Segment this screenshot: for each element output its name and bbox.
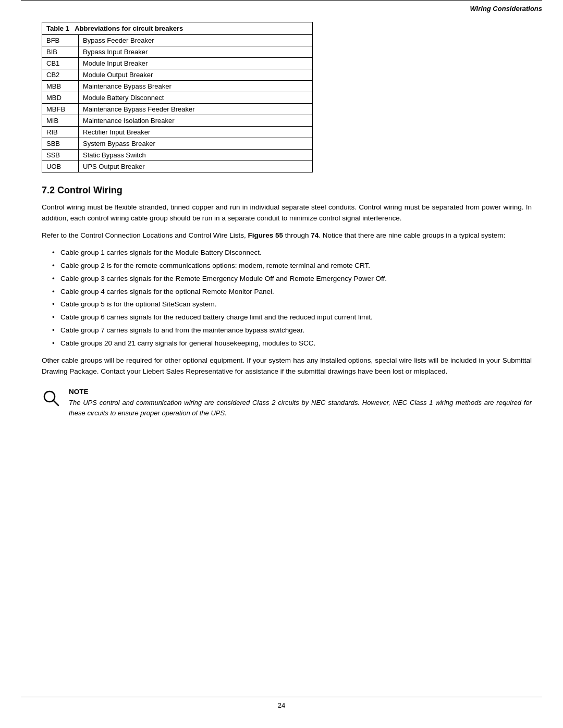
desc-cell: Bypass Input Breaker (79, 46, 313, 58)
abbrev-cell: SSB (42, 150, 79, 161)
footer-page-number: 24 (0, 701, 563, 709)
abbrev-cell: SBB (42, 138, 79, 150)
desc-cell: Module Battery Disconnect (79, 92, 313, 104)
list-item: Cable group 5 is for the optional SiteSc… (52, 299, 532, 310)
note-icon (42, 389, 60, 408)
list-item: Cable group 4 carries signals for the op… (52, 287, 532, 298)
desc-cell: Static Bypass Switch (79, 150, 313, 161)
abbrev-cell: BIB (42, 46, 79, 58)
cable-groups-list: Cable group 1 carries signals for the Mo… (52, 248, 532, 349)
note-text: The UPS control and communication wiring… (69, 398, 532, 418)
table-row: MBFBMaintenance Bypass Feeder Breaker (42, 104, 313, 115)
table-row: CB2Module Output Breaker (42, 69, 313, 81)
table-caption: Table 1 Abbreviations for circuit breake… (42, 22, 313, 35)
desc-cell: Bypass Feeder Breaker (79, 35, 313, 46)
abbrev-cell: UOB (42, 161, 79, 172)
list-item: Cable groups 20 and 21 carry signals for… (52, 338, 532, 349)
table-row: BIBBypass Input Breaker (42, 46, 313, 58)
list-item: Cable group 2 is for the remote communic… (52, 261, 532, 272)
table-row: BFBBypass Feeder Breaker (42, 35, 313, 46)
table-row: MBBMaintenance Bypass Breaker (42, 81, 313, 92)
desc-cell: Rectifier Input Breaker (79, 127, 313, 138)
abbrev-cell: CB2 (42, 69, 79, 81)
section-number: 7.2 (42, 185, 55, 195)
table-row: UOBUPS Output Breaker (42, 161, 313, 172)
main-content: Table 1 Abbreviations for circuit breake… (0, 17, 563, 439)
abbreviations-table: Table 1 Abbreviations for circuit breake… (42, 22, 313, 172)
table-row: MBDModule Battery Disconnect (42, 92, 313, 104)
desc-cell: Maintenance Bypass Breaker (79, 81, 313, 92)
note-title: NOTE (69, 388, 532, 396)
desc-cell: Module Output Breaker (79, 69, 313, 81)
table-row: MIBMaintenance Isolation Breaker (42, 115, 313, 127)
abbrev-cell: MIB (42, 115, 79, 127)
list-item: Cable group 6 carries signals for the re… (52, 312, 532, 323)
list-item: Cable group 7 carries signals to and fro… (52, 325, 532, 336)
header-rule (21, 0, 542, 1)
paragraph-3: Other cable groups will be required for … (42, 355, 532, 377)
paragraph-1: Control wiring must be flexible stranded… (42, 202, 532, 224)
desc-cell: Maintenance Isolation Breaker (79, 115, 313, 127)
magnifier-icon (42, 389, 60, 408)
desc-cell: System Bypass Breaker (79, 138, 313, 150)
abbrev-cell: RIB (42, 127, 79, 138)
desc-cell: Maintenance Bypass Feeder Breaker (79, 104, 313, 115)
table-row: RIBRectifier Input Breaker (42, 127, 313, 138)
header-bar: Wiring Considerations (0, 3, 563, 17)
abbrev-cell: MBB (42, 81, 79, 92)
note-content: NOTE The UPS control and communication w… (69, 388, 532, 418)
table-row: SSBStatic Bypass Switch (42, 150, 313, 161)
list-item: Cable group 1 carries signals for the Mo… (52, 248, 532, 258)
list-item: Cable group 3 carries signals for the Re… (52, 274, 532, 285)
svg-line-1 (53, 400, 58, 405)
paragraph-2: Refer to the Control Connection Location… (42, 230, 532, 241)
section-heading: 7.2 Control Wiring (42, 185, 532, 196)
abbrev-cell: MBD (42, 92, 79, 104)
header-title: Wiring Considerations (470, 5, 542, 13)
section-title: Control Wiring (57, 185, 123, 195)
abbrev-cell: MBFB (42, 104, 79, 115)
note-section: NOTE The UPS control and communication w… (42, 388, 532, 418)
table-row: CB1Module Input Breaker (42, 58, 313, 69)
desc-cell: Module Input Breaker (79, 58, 313, 69)
abbrev-cell: CB1 (42, 58, 79, 69)
table-section: Table 1 Abbreviations for circuit breake… (42, 22, 532, 172)
page: Wiring Considerations Table 1 Abbreviati… (0, 0, 563, 728)
table-row: SBBSystem Bypass Breaker (42, 138, 313, 150)
abbrev-cell: BFB (42, 35, 79, 46)
desc-cell: UPS Output Breaker (79, 161, 313, 172)
